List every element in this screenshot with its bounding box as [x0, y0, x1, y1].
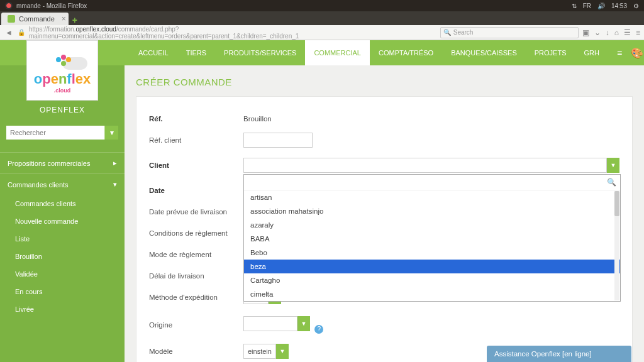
delai-label: Délai de livraison	[149, 272, 243, 280]
logo-card: openflex .cloud	[26, 40, 98, 101]
date-livraison-label: Date prévue de livraison	[149, 208, 243, 216]
sidebar-item[interactable]: Validée	[0, 265, 125, 283]
page-content: ACCUEILTIERSPRODUITS/SERVICESCOMMERCIALC…	[0, 40, 644, 362]
ref-client-input[interactable]	[243, 133, 313, 148]
sidebar-search-button[interactable]: ▾	[104, 126, 118, 140]
client-dropdown: 🔍 artisanassociation mahatsinjoazaralyBA…	[243, 174, 621, 302]
sidebar-section[interactable]: Propositions commerciales▸	[0, 152, 125, 173]
search-icon: 🔍	[607, 178, 616, 187]
methode-label: Méthode d'expédition	[149, 293, 243, 301]
dropdown-option[interactable]: azaraly	[244, 218, 620, 232]
nav-more-icon[interactable]: ≡	[608, 40, 631, 65]
company-name: OPENFLEX	[0, 106, 125, 114]
lang-indicator: FR	[583, 3, 591, 9]
pocket-icon[interactable]: ⌄	[594, 28, 601, 37]
sidebar: openflex .cloud OPENFLEX ▾ Propositions …	[0, 65, 125, 362]
mode-label: Mode de règlement	[149, 251, 243, 258]
modele-label: Modèle	[149, 348, 243, 355]
dropdown-option[interactable]: association mahatsinjo	[244, 204, 620, 218]
sidebar-search-input[interactable]	[6, 126, 104, 140]
origine-select[interactable]: ▼	[243, 316, 310, 331]
sidebar-item[interactable]: Liste	[0, 230, 125, 248]
search-icon: 🔍	[443, 29, 451, 36]
tab-close-icon[interactable]: ×	[62, 14, 66, 23]
os-top-bar: mmande - Mozilla Firefox ⇅ FR 🔊 14:53 ⚙	[0, 0, 644, 11]
conditions-label: Conditions de règlement	[149, 229, 243, 237]
topnav-item-produitsservices[interactable]: PRODUITS/SERVICES	[215, 40, 305, 65]
topnav-item-banquescaisses[interactable]: BANQUES/CAISSES	[442, 40, 526, 65]
modele-select[interactable]: einstein▼	[243, 344, 289, 359]
topnav-item-comptatrso[interactable]: COMPTA/TRÉSO	[370, 40, 442, 65]
sidebar-item[interactable]: Nouvelle commande	[0, 212, 125, 230]
form-card: Réf. Brouillon Réf. client Client ▼	[136, 96, 633, 362]
browser-tab[interactable]: Commande ×	[1, 13, 69, 25]
sidebar-item[interactable]: Commandes clients	[0, 195, 125, 212]
browser-search-input[interactable]: 🔍 Search	[440, 27, 579, 38]
topnav-item-projets[interactable]: PROJETS	[526, 40, 575, 65]
url-field[interactable]: https://formation.openflex.cloud/command…	[29, 26, 381, 40]
dropdown-scrollbar[interactable]	[614, 191, 619, 300]
dropdown-search-input[interactable]	[248, 177, 607, 188]
os-logo-icon	[5, 2, 13, 9]
download-icon[interactable]: ↓	[606, 28, 609, 37]
sidebar-item[interactable]: Livrée	[0, 300, 125, 318]
home-icon[interactable]: ⌂	[614, 28, 619, 37]
palette-icon[interactable]: 🎨	[631, 47, 643, 59]
library-icon[interactable]: ☰	[624, 28, 631, 37]
sidebar-item[interactable]: Brouillon	[0, 248, 125, 265]
origine-label: Origine	[149, 321, 243, 329]
new-tab-button[interactable]: +	[69, 15, 81, 25]
topnav-item-grh[interactable]: GRH	[575, 40, 608, 65]
browser-url-bar: ◄ 🔒 https://formation.openflex.cloud/com…	[0, 25, 644, 40]
lock-icon: 🔒	[18, 29, 25, 36]
sidebar-section[interactable]: Commandes clients▾	[0, 173, 125, 195]
ref-value: Brouillon	[243, 115, 619, 123]
browser-tab-strip: Commande × +	[0, 11, 644, 25]
assistance-bar[interactable]: Assistance Openflex [en ligne]	[487, 346, 631, 362]
back-icon[interactable]: ◄	[4, 28, 14, 37]
main-panel: CRÉER COMMANDE Réf. Brouillon Réf. clien…	[125, 65, 644, 362]
topnav-item-accueil[interactable]: ACCUEIL	[130, 40, 177, 65]
topnav-item-commercial[interactable]: COMMERCIAL	[305, 40, 370, 65]
settings-icon: ⚙	[633, 3, 639, 9]
client-label: Client	[149, 162, 243, 169]
ref-client-label: Réf. client	[149, 136, 243, 144]
menu-icon[interactable]: ≡	[636, 28, 640, 37]
dropdown-option[interactable]: beza	[244, 260, 620, 273]
tab-title: Commande	[19, 15, 55, 23]
help-icon[interactable]: ?	[314, 325, 323, 334]
sidebar-search: ▾	[6, 126, 118, 140]
dropdown-option[interactable]: BABA	[244, 232, 620, 246]
ref-label: Réf.	[149, 115, 243, 123]
dropdown-option[interactable]: Cartagho	[244, 273, 620, 287]
date-label: Date	[149, 187, 243, 194]
chevron-down-icon[interactable]: ▼	[607, 158, 619, 173]
dropdown-option[interactable]: cimelta	[244, 287, 620, 301]
page-title: CRÉER COMMANDE	[136, 77, 633, 87]
dropdown-option[interactable]: artisan	[244, 190, 620, 204]
screenshot-icon[interactable]: ▣	[582, 28, 589, 37]
sidebar-item[interactable]: En cours	[0, 283, 125, 300]
window-title: mmande - Mozilla Firefox	[16, 3, 87, 9]
tab-favicon-icon	[8, 15, 15, 23]
client-select[interactable]: ▼	[243, 158, 619, 173]
dropdown-option[interactable]: Bebo	[244, 246, 620, 260]
network-icon: ⇅	[572, 3, 577, 9]
clock: 14:53	[611, 3, 627, 9]
topnav-item-tiers[interactable]: TIERS	[177, 40, 215, 65]
sound-icon: 🔊	[597, 3, 605, 9]
cloud-logo-icon	[50, 52, 75, 70]
